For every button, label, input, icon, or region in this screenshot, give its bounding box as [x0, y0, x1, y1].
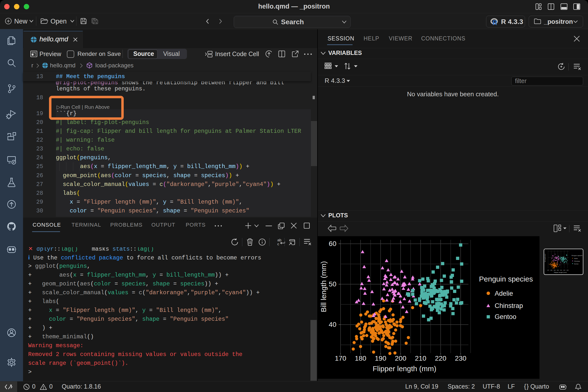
svg-text:Chinstrap: Chinstrap [574, 260, 580, 262]
svg-text:Penguin species: Penguin species [572, 255, 582, 256]
svg-text:40: 40 [329, 321, 336, 328]
svg-text:190: 190 [375, 354, 386, 362]
svg-text:220: 220 [435, 354, 446, 362]
svg-text:190: 190 [554, 270, 556, 271]
svg-text:R: R [492, 19, 497, 26]
svg-text:220: 220 [563, 270, 566, 271]
svg-text:Bill length (mm): Bill length (mm) [544, 254, 546, 262]
svg-text:180: 180 [355, 354, 366, 362]
svg-text:c: c [277, 242, 279, 246]
svg-text:Gentoo: Gentoo [495, 313, 516, 320]
svg-text:ab: ab [277, 238, 282, 242]
svg-text:Flipper length (mm): Flipper length (mm) [373, 364, 436, 373]
svg-text:Penguin species: Penguin species [479, 275, 533, 283]
svg-text:60: 60 [329, 240, 336, 248]
svg-text:170: 170 [547, 270, 549, 271]
svg-text:Flipper length (mm): Flipper length (mm) [554, 272, 567, 273]
svg-text:210: 210 [560, 270, 562, 271]
svg-text:Gentoo: Gentoo [574, 263, 578, 264]
svg-text:Chinstrap: Chinstrap [495, 302, 523, 310]
svg-text:230: 230 [455, 354, 466, 362]
svg-text:200: 200 [557, 270, 559, 271]
svg-text:200: 200 [395, 354, 406, 362]
svg-text:180: 180 [550, 270, 552, 271]
svg-text:210: 210 [415, 354, 426, 362]
svg-text:170: 170 [335, 354, 346, 362]
svg-text:Adelie: Adelie [495, 290, 513, 297]
svg-text:50: 50 [329, 280, 336, 288]
svg-text:Adelie: Adelie [574, 258, 578, 259]
svg-text:Bill length (mm): Bill length (mm) [320, 261, 328, 312]
svg-text:230: 230 [566, 270, 569, 271]
